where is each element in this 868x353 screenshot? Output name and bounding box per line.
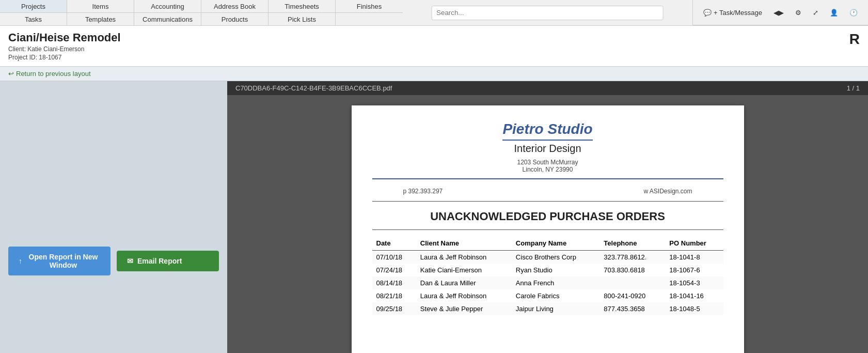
nav-templates[interactable]: Templates	[67, 13, 134, 25]
col-header-po-number: PO Number	[665, 236, 723, 251]
nav-finishes[interactable]: Finishes	[336, 0, 403, 13]
doc-contact: p 392.393.297 w ASIDesign.com	[403, 188, 692, 195]
table-cell: 18-1041-16	[665, 289, 723, 302]
nav-col-projects-tasks: Projects Tasks	[0, 0, 67, 25]
project-title-block: Ciani/Heise Remodel Client: Katie Ciani-…	[8, 31, 849, 61]
nav-col-finishes: Finishes	[336, 0, 403, 25]
table-row: 08/14/18Dan & Laura MillerAnna French18-…	[372, 277, 723, 289]
email-icon: ✉	[127, 257, 133, 265]
table-cell: Cisco Brothers Corp	[512, 251, 599, 264]
top-toolbar: 💬 + Task/Message ◀▶ ⚙ ⤢ 👤 🕐	[693, 0, 868, 25]
nav-tasks[interactable]: Tasks	[0, 13, 67, 25]
nav-communications[interactable]: Communications	[134, 13, 201, 25]
settings-button[interactable]: ⚙	[791, 7, 806, 19]
pdf-panel: C70DDBA6-F49C-C142-B4FE-3B9EBAC6CCEB.pdf…	[227, 81, 868, 353]
nav-projects[interactable]: Projects	[0, 0, 67, 13]
nav-accounting[interactable]: Accounting	[134, 0, 201, 13]
return-link[interactable]: ↩ Return to previous layout	[8, 70, 91, 78]
table-cell: Anna French	[512, 277, 599, 289]
table-row: 07/10/18Laura & Jeff RobinsonCisco Broth…	[372, 251, 723, 264]
nav-products[interactable]: Products	[201, 13, 268, 25]
top-navigation: Projects Tasks Items Templates Accountin…	[0, 0, 868, 26]
nav-col-addressbook-products: Address Book Products	[201, 0, 269, 25]
doc-divider-top	[372, 201, 723, 202]
project-right-letter: R	[849, 31, 860, 48]
pdf-content[interactable]: Pietro Studio Interior Design 1203 South…	[227, 95, 868, 353]
table-cell: Dan & Laura Miller	[416, 277, 512, 289]
table-row: 08/21/18Laura & Jeff RobinsonCarole Fabr…	[372, 289, 723, 302]
doc-section-title: UNACKNOWLEDGED PURCHASE ORDERS	[372, 210, 723, 223]
nav-address-book[interactable]: Address Book	[201, 0, 268, 13]
table-row: 07/24/18Katie Ciani-EmersonRyan Studio70…	[372, 264, 723, 277]
table-body: 07/10/18Laura & Jeff RobinsonCisco Broth…	[372, 251, 723, 316]
table-cell: Laura & Jeff Robinson	[416, 251, 512, 264]
return-arrow-icon: ↩	[8, 70, 14, 78]
open-icon: ↑	[19, 257, 22, 265]
nav-col-timesheets-picklists: Timesheets Pick Lists	[269, 0, 336, 25]
doc-header: Pietro Studio Interior Design 1203 South…	[372, 121, 723, 179]
search-input[interactable]	[432, 6, 664, 20]
col-header-date: Date	[372, 236, 416, 251]
table-cell: 323.778.8612.	[599, 251, 665, 264]
pdf-filename: C70DDBA6-F49C-C142-B4FE-3B9EBAC6CCEB.pdf	[235, 84, 839, 92]
pdf-toolbar: C70DDBA6-F49C-C142-B4FE-3B9EBAC6CCEB.pdf…	[227, 81, 868, 95]
doc-studio-name: Pietro Studio	[502, 121, 592, 141]
table-row: 09/25/18Steve & Julie PepperJaipur Livin…	[372, 302, 723, 315]
table-cell: Ryan Studio	[512, 264, 599, 277]
clock-button[interactable]: 🕐	[845, 7, 862, 19]
pdf-page: Pietro Studio Interior Design 1203 South…	[352, 105, 744, 353]
table-cell: Steve & Julie Pepper	[416, 302, 512, 315]
table-cell: Laura & Jeff Robinson	[416, 289, 512, 302]
return-bar: ↩ Return to previous layout	[0, 67, 868, 81]
pdf-page-count: 1 / 1	[847, 84, 860, 92]
table-cell: 18-1067-6	[665, 264, 723, 277]
clock-icon: 🕐	[849, 9, 858, 17]
doc-divider-bottom	[372, 229, 723, 230]
col-header-client-name: Client Name	[416, 236, 512, 251]
task-message-button[interactable]: 💬 + Task/Message	[699, 7, 766, 19]
nav-arrows-icon: ◀▶	[774, 9, 784, 17]
expand-button[interactable]: ⤢	[809, 7, 823, 19]
table-cell: 08/14/18	[372, 277, 416, 289]
doc-website: w ASIDesign.com	[643, 188, 692, 195]
chat-icon: 💬	[703, 9, 712, 17]
purchase-orders-table: Date Client Name Company Name Telephone …	[372, 236, 723, 315]
project-header: Ciani/Heise Remodel Client: Katie Ciani-…	[0, 26, 868, 67]
project-id: Project ID: 18-1067	[8, 54, 849, 61]
col-header-company-name: Company Name	[512, 236, 599, 251]
table-cell: 07/24/18	[372, 264, 416, 277]
table-cell: Jaipur Living	[512, 302, 599, 315]
project-title: Ciani/Heise Remodel	[8, 31, 849, 44]
table-cell: 703.830.6818	[599, 264, 665, 277]
doc-address-line1: 1203 South McMurray	[372, 159, 723, 166]
table-cell: 800-241-0920	[599, 289, 665, 302]
doc-address-line2: Lincoln, NY 23990	[372, 166, 723, 173]
project-client: Client: Katie Ciani-Emerson	[8, 45, 849, 53]
table-cell: Katie Ciani-Emerson	[416, 264, 512, 277]
user-button[interactable]: 👤	[826, 7, 842, 19]
table-cell: 09/25/18	[372, 302, 416, 315]
nav-items[interactable]: Items	[67, 0, 134, 13]
main-content: ↑ Open Report in New Window ✉ Email Repo…	[0, 81, 868, 353]
left-panel: ↑ Open Report in New Window ✉ Email Repo…	[0, 81, 227, 353]
action-buttons: ↑ Open Report in New Window ✉ Email Repo…	[8, 247, 219, 275]
table-cell: 18-1048-5	[665, 302, 723, 315]
nav-col-items-templates: Items Templates	[67, 0, 134, 25]
open-report-button[interactable]: ↑ Open Report in New Window	[8, 247, 111, 275]
table-cell: 08/21/18	[372, 289, 416, 302]
gear-icon: ⚙	[795, 9, 801, 17]
doc-subtitle: Interior Design	[372, 143, 723, 155]
table-cell	[599, 277, 665, 289]
table-header-row: Date Client Name Company Name Telephone …	[372, 236, 723, 251]
table-cell: 877.435.3658	[599, 302, 665, 315]
email-report-button[interactable]: ✉ Email Report	[117, 251, 219, 271]
table-cell: 18-1041-8	[665, 251, 723, 264]
table-cell: 07/10/18	[372, 251, 416, 264]
expand-icon: ⤢	[813, 9, 818, 17]
nav-arrows-button[interactable]: ◀▶	[769, 7, 788, 19]
table-cell: Carole Fabrics	[512, 289, 599, 302]
nav-pick-lists[interactable]: Pick Lists	[269, 13, 335, 25]
table-cell: 18-1054-3	[665, 277, 723, 289]
doc-phone: p 392.393.297	[403, 188, 443, 195]
nav-timesheets[interactable]: Timesheets	[269, 0, 335, 13]
